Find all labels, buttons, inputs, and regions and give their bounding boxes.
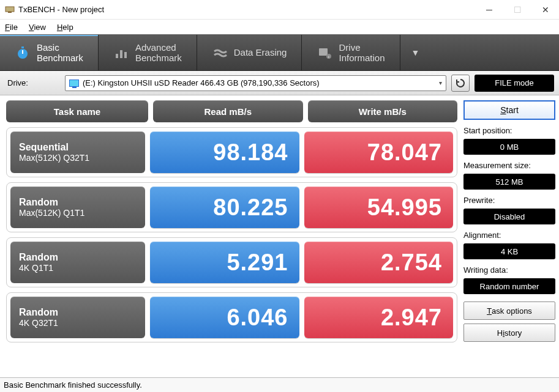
writing-data-label: Writing data: [463,265,555,275]
start-position-value[interactable]: 0 MB [463,139,555,155]
svg-rect-7 [124,52,127,58]
menu-bar: File View Help [0,20,559,34]
drive-bar: Drive: (E:) Kingston UHSII uSD Reader 46… [0,71,559,95]
result-row: Random 4K Q1T1 5.291 2.754 [6,237,457,287]
read-value: 6.046 [150,297,299,338]
task-line1: Sequential [19,142,137,153]
measurement-size-value[interactable]: 512 MB [463,174,555,190]
drive-label: Drive: [5,78,60,87]
result-row: Random Max(512K) Q1T1 80.225 54.995 [6,182,457,232]
task-line1: Random [19,307,137,318]
tab-label: Basic Benchmark [37,42,83,64]
task-options-button[interactable]: Task options [463,301,555,320]
header-task: Task name [6,100,148,122]
file-mode-button[interactable]: FILE mode [475,75,554,92]
prewrite-value[interactable]: Disabled [463,209,555,224]
reload-icon [456,78,465,88]
task-line2: Max(512K) Q1T1 [19,208,137,218]
svg-rect-1 [8,12,12,13]
stopwatch-icon [15,45,31,61]
results-panel: Task name Read mB/s Write mB/s Sequentia… [6,100,457,375]
bars-icon [113,45,129,61]
result-row: Sequential Max(512K) Q32T1 98.184 78.047 [6,127,457,177]
tab-strip: Basic Benchmark Advanced Benchmark Data … [0,34,559,71]
task-line2: 4K Q32T1 [19,318,137,328]
start-position-label: Start position: [463,126,555,135]
maximize-button[interactable]: ☐ [509,5,526,15]
alignment-value[interactable]: 4 KB [463,243,555,259]
svg-text:i: i [329,55,329,59]
task-cell: Random 4K Q1T1 [10,242,145,283]
chevron-down-icon: ▾ [439,80,442,86]
header-read: Read mB/s [153,100,303,122]
write-value: 2.754 [304,242,454,283]
drive-select[interactable]: (E:) Kingston UHSII uSD Reader 466.43 GB… [65,75,446,91]
tab-label: Drive Information [339,42,385,64]
task-cell: Sequential Max(512K) Q32T1 [10,131,145,173]
status-bar: Basic Benchmark finished successfully. [0,377,559,392]
content-area: Task name Read mB/s Write mB/s Sequentia… [0,95,559,377]
minimize-button[interactable]: ─ [481,5,498,15]
history-button[interactable]: History [463,324,555,342]
window-title: TxBENCH - New project [18,5,481,14]
svg-rect-3 [21,46,24,48]
task-line1: Random [19,197,137,208]
tab-data-erasing[interactable]: Data Erasing [197,35,302,70]
header-write: Write mB/s [308,100,458,122]
writing-data-value[interactable]: Random number [463,278,555,294]
start-button[interactable]: SStarttart [463,100,555,120]
drive-info-icon: i [317,45,332,61]
menu-file[interactable]: File [5,23,18,32]
menu-view[interactable]: View [29,23,46,32]
tab-advanced-benchmark[interactable]: Advanced Benchmark [99,35,197,70]
svg-rect-6 [120,50,122,58]
write-value: 78.047 [304,131,454,173]
task-line2: Max(512K) Q32T1 [19,153,137,163]
reload-button[interactable] [451,75,470,92]
tab-label: Data Erasing [234,47,287,57]
read-value: 5.291 [150,242,299,283]
svg-rect-0 [6,7,14,12]
side-panel: SStarttart Start position: 0 MB Measurem… [463,100,555,375]
erase-icon [212,45,228,61]
drive-selected-text: (E:) Kingston UHSII uSD Reader 466.43 GB… [83,78,320,87]
result-row: Random 4K Q32T1 6.046 2.947 [6,292,457,342]
task-line2: 4K Q1T1 [19,263,137,273]
column-headers: Task name Read mB/s Write mB/s [6,100,457,122]
prewrite-label: Prewrite: [463,196,555,205]
read-value: 98.184 [150,131,299,173]
app-icon [5,5,15,15]
menu-help[interactable]: Help [57,23,73,32]
tab-drive-information[interactable]: i Drive Information [302,35,400,70]
task-cell: Random 4K Q32T1 [10,297,145,338]
tab-label: Advanced Benchmark [135,42,182,64]
measurement-size-label: Measurement size: [463,161,555,170]
task-cell: Random Max(512K) Q1T1 [10,187,145,228]
tab-basic-benchmark[interactable]: Basic Benchmark [0,35,99,70]
close-button[interactable]: ✕ [537,5,554,15]
status-text: Basic Benchmark finished successfully. [4,380,142,390]
write-value: 2.947 [304,297,454,338]
alignment-label: Alignment: [463,231,555,240]
read-value: 80.225 [150,187,299,228]
task-line1: Random [19,252,137,263]
monitor-icon [69,80,79,87]
title-bar: TxBENCH - New project ─ ☐ ✕ [0,0,559,20]
svg-rect-8 [319,48,328,56]
write-value: 54.995 [304,187,454,228]
svg-rect-5 [116,54,118,58]
tab-overflow-button[interactable]: ▼ [400,35,431,70]
